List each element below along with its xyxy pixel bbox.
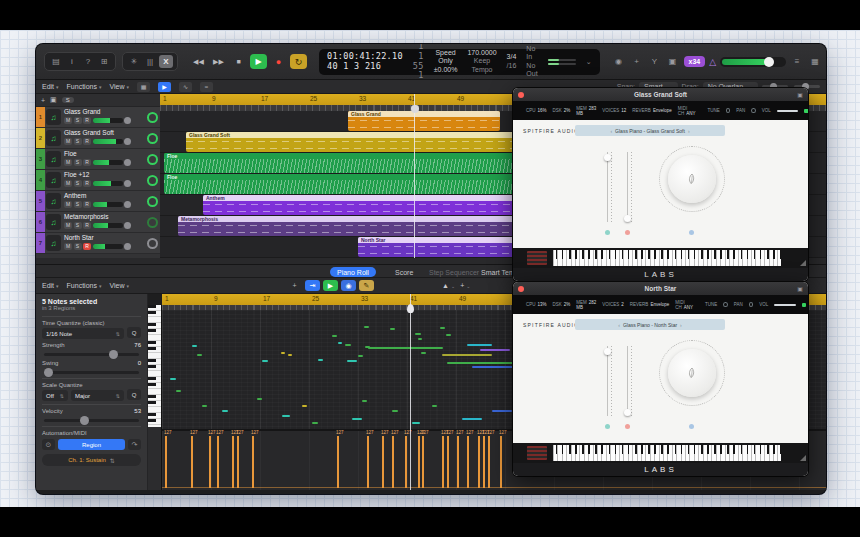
pan-knob[interactable] bbox=[124, 243, 131, 250]
track-gain-ring[interactable] bbox=[147, 196, 158, 207]
solo-button[interactable]: S bbox=[74, 180, 82, 187]
track-row[interactable]: 4 ♫ Floe +12 M S R bbox=[36, 170, 160, 191]
midi-channel-select[interactable]: MIDI CHANY bbox=[678, 106, 702, 116]
piano-keys[interactable] bbox=[148, 305, 162, 427]
close-icon[interactable] bbox=[518, 286, 524, 292]
midi-note[interactable] bbox=[390, 328, 395, 330]
sustain-event[interactable] bbox=[457, 436, 459, 488]
midi-note[interactable] bbox=[362, 400, 367, 402]
midi-note[interactable] bbox=[447, 362, 513, 364]
midi-note[interactable] bbox=[440, 327, 445, 329]
track-row[interactable]: 5 ♫ Anthem M S R bbox=[36, 191, 160, 212]
sustain-event[interactable] bbox=[165, 436, 167, 488]
plugin-window-glass-grand-soft[interactable]: Glass Grand Soft ▣ CPU16% DSK2% MEM283 M… bbox=[513, 88, 808, 281]
track-name[interactable]: North Star bbox=[64, 234, 158, 242]
tune-knob[interactable]: TUNE bbox=[707, 108, 719, 113]
link-icon[interactable]: ⇥ bbox=[305, 280, 320, 291]
pointer-tool-select[interactable]: ▲⌄ bbox=[442, 282, 455, 289]
solo-all-button[interactable]: S bbox=[62, 97, 74, 103]
dynamics-slider[interactable] bbox=[621, 152, 635, 222]
midi-note[interactable] bbox=[352, 418, 362, 420]
plugin-keyboard[interactable] bbox=[513, 443, 808, 463]
pencil-icon[interactable]: ✎ bbox=[359, 280, 374, 291]
lcd-display[interactable]: 01:00:41:22.10 40 1 3 216 1 1 1 1 55 1 1… bbox=[319, 49, 600, 75]
midi-note[interactable] bbox=[418, 338, 422, 340]
midi-note[interactable] bbox=[358, 355, 363, 357]
pan-knob[interactable] bbox=[124, 180, 131, 187]
midi-note[interactable] bbox=[312, 422, 318, 424]
track-row[interactable]: 1 ♫ Glass Grand M S R bbox=[36, 107, 160, 128]
solo-mode-icon[interactable]: ▣ bbox=[666, 55, 680, 68]
catch-playhead-icon[interactable]: ▶ bbox=[158, 82, 171, 92]
midi-note[interactable] bbox=[318, 359, 323, 361]
pan-knob[interactable] bbox=[124, 159, 131, 166]
track-gain-ring[interactable] bbox=[147, 133, 158, 144]
track-gain-ring[interactable] bbox=[147, 154, 158, 165]
sustain-event[interactable] bbox=[217, 436, 219, 488]
pitch-mod-wheels[interactable] bbox=[527, 446, 547, 460]
midi-note[interactable] bbox=[442, 354, 492, 356]
tuner-icon[interactable]: Y bbox=[648, 55, 662, 68]
sustain-event[interactable] bbox=[392, 436, 394, 488]
editor-playhead[interactable] bbox=[410, 294, 411, 490]
midi-note[interactable] bbox=[192, 345, 197, 347]
midi-note[interactable] bbox=[338, 342, 342, 344]
tab-piano-roll[interactable]: Piano Roll bbox=[330, 267, 376, 277]
pan-knob[interactable] bbox=[124, 138, 131, 145]
varispeed-badge[interactable]: x34 bbox=[684, 56, 706, 67]
sustain-event[interactable] bbox=[483, 436, 485, 488]
play-button[interactable]: ▶ bbox=[250, 54, 267, 69]
midi-note[interactable] bbox=[176, 390, 181, 392]
automation-jump-icon[interactable]: ↷ bbox=[128, 439, 141, 450]
midi-channel-select[interactable]: MIDI CHANY bbox=[675, 300, 699, 310]
quantize-apply-button[interactable]: Q bbox=[127, 327, 141, 338]
midi-note[interactable] bbox=[281, 352, 285, 354]
rewind-button[interactable]: ◀◀ bbox=[190, 54, 207, 69]
keys[interactable] bbox=[553, 250, 781, 266]
plugin-title-bar[interactable]: North Star ▣ bbox=[513, 282, 808, 295]
midi-note[interactable] bbox=[345, 344, 351, 346]
midi-note[interactable] bbox=[462, 418, 482, 420]
track-name[interactable]: Floe +12 bbox=[64, 171, 158, 179]
resize-handle-icon[interactable] bbox=[800, 455, 806, 461]
sustain-event[interactable] bbox=[232, 436, 234, 488]
midi-note[interactable] bbox=[282, 415, 290, 417]
quick-help-icon[interactable]: ? bbox=[81, 55, 95, 68]
forward-button[interactable]: ▶▶ bbox=[210, 54, 227, 69]
track-name[interactable]: Anthem bbox=[64, 192, 158, 200]
preset-selector[interactable]: ‹Glass Piano - Glass Grand Soft› bbox=[575, 125, 725, 136]
editor-menu-view[interactable]: View▾ bbox=[109, 282, 129, 289]
link-icon[interactable]: ▣ bbox=[797, 285, 803, 292]
midi-note[interactable] bbox=[202, 405, 207, 407]
volume-slider[interactable]: VOL bbox=[762, 108, 771, 113]
replace-icon[interactable]: + bbox=[630, 55, 644, 68]
time-quantize-select[interactable]: 1/16 Note⇅ bbox=[42, 328, 124, 339]
library-icon[interactable]: ▤ bbox=[49, 55, 63, 68]
track-row[interactable]: 2 ♫ Glass Grand Soft M S R bbox=[36, 128, 160, 149]
close-icon[interactable] bbox=[518, 92, 524, 98]
expression-slider[interactable] bbox=[601, 346, 615, 416]
track-gain-ring[interactable] bbox=[147, 238, 158, 249]
sustain-event[interactable] bbox=[337, 436, 339, 488]
midi-note[interactable] bbox=[364, 326, 369, 328]
midi-note[interactable] bbox=[432, 405, 437, 407]
midi-note[interactable] bbox=[472, 366, 513, 368]
display-mode-icon[interactable]: ✳ bbox=[127, 55, 141, 68]
plugin-window-north-star[interactable]: North Star ▣ CPU13% DSK2% MEM282 MB VOIC… bbox=[513, 282, 808, 476]
knob-face[interactable] bbox=[668, 349, 716, 397]
sustain-event[interactable] bbox=[382, 436, 384, 488]
midi-note[interactable] bbox=[421, 352, 426, 354]
solo-button[interactable]: S bbox=[74, 201, 82, 208]
velocity-slider[interactable] bbox=[44, 419, 139, 422]
midi-note[interactable] bbox=[347, 360, 357, 362]
sustain-event[interactable] bbox=[237, 436, 239, 488]
midi-in-icon[interactable]: ◉ bbox=[341, 280, 356, 291]
catch-icon[interactable]: ▶ bbox=[323, 280, 338, 291]
midi-note[interactable] bbox=[288, 354, 292, 356]
expression-slider[interactable] bbox=[601, 152, 615, 222]
solo-button[interactable]: S bbox=[74, 138, 82, 145]
lcd-chevron-icon[interactable]: ⌄ bbox=[586, 58, 592, 66]
mute-button[interactable]: M bbox=[64, 201, 72, 208]
editor-menu-functions[interactable]: Functions▾ bbox=[67, 282, 102, 289]
midi-note[interactable] bbox=[262, 360, 268, 362]
